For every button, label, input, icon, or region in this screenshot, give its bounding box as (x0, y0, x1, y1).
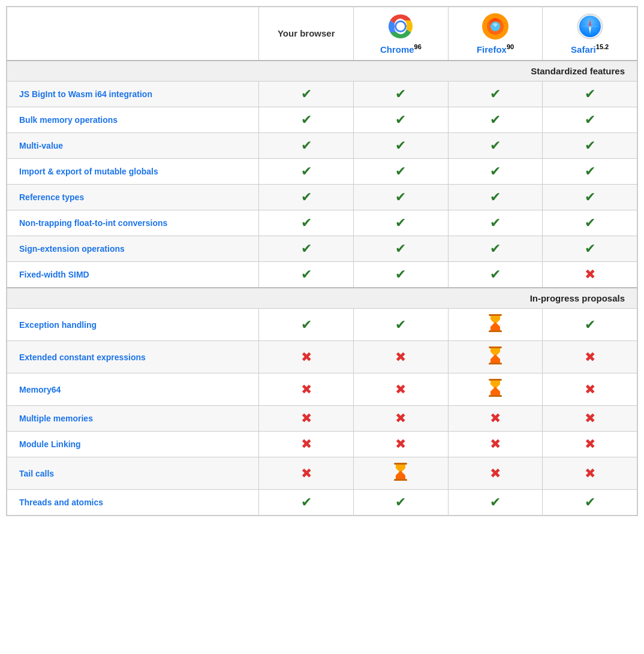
check-icon: ✔ (395, 138, 406, 153)
feature-label: Threads and atomics (19, 498, 103, 507)
support-cell-0: ✔ (259, 82, 354, 107)
support-cell-0: ✔ (259, 262, 354, 288)
table-row: Non-trapping float-to-int conversions ✔✔… (7, 210, 637, 236)
support-cell-3: ✔ (543, 309, 637, 341)
check-icon: ✔ (301, 267, 312, 282)
cross-icon: ✖ (395, 349, 406, 364)
check-icon: ✔ (585, 86, 595, 101)
feature-label: Tail calls (19, 469, 54, 478)
check-icon: ✔ (490, 86, 501, 101)
support-cell-3: ✔ (543, 133, 637, 159)
support-cell-2: ✔ (448, 210, 543, 236)
table-row: Threads and atomics ✔✔✔✔ (7, 490, 637, 516)
cross-icon: ✖ (585, 267, 595, 282)
support-cell-2: ✔ (448, 82, 543, 107)
svg-rect-17 (489, 346, 502, 348)
support-cell-1: ✔ (354, 133, 449, 159)
check-icon: ✔ (395, 267, 406, 282)
support-cell-2: ✔ (448, 185, 543, 210)
table-row: Memory64 ✖✖✖ (7, 373, 637, 406)
feature-label-cell: Sign-extension operations (7, 236, 259, 262)
check-icon: ✔ (301, 164, 312, 179)
feature-label-cell: Threads and atomics (7, 490, 259, 516)
your-browser-label: Your browser (263, 28, 350, 40)
cross-icon: ✖ (395, 411, 406, 426)
feature-label: Non-trapping float-to-int conversions (19, 218, 167, 228)
section-header-0: Standardized features (7, 61, 637, 82)
support-cell-3: ✔ (543, 159, 637, 185)
check-icon: ✔ (490, 112, 501, 127)
check-icon: ✔ (490, 495, 501, 510)
feature-label-cell: Exception handling (7, 309, 259, 341)
cross-icon: ✖ (585, 436, 595, 451)
check-icon: ✔ (395, 112, 406, 127)
support-cell-3: ✖ (543, 432, 637, 457)
svg-rect-15 (489, 331, 502, 332)
support-cell-2: ✔ (448, 133, 543, 159)
check-icon: ✔ (395, 495, 406, 510)
support-cell-1: ✔ (354, 185, 449, 210)
svg-rect-20 (489, 379, 502, 381)
firefox-icon (481, 12, 510, 41)
support-cell-0: ✔ (259, 490, 354, 516)
support-cell-2 (448, 341, 543, 373)
chrome-column-header: Chrome96 (354, 7, 449, 61)
support-cell-2: ✖ (448, 457, 543, 490)
feature-label-cell: Bulk memory operations (7, 107, 259, 133)
support-cell-1: ✖ (354, 373, 449, 406)
feature-label: Multi-value (19, 141, 63, 150)
feature-label: Module Linking (19, 439, 81, 449)
check-icon: ✔ (490, 164, 501, 179)
feature-label-cell: Extended constant expressions (7, 341, 259, 373)
svg-point-2 (396, 22, 405, 31)
cross-icon: ✖ (301, 436, 312, 451)
check-icon: ✔ (585, 138, 595, 153)
check-icon: ✔ (585, 317, 595, 332)
support-cell-0: ✖ (259, 373, 354, 406)
table-row: Multiple memories ✖✖✖✖ (7, 406, 637, 432)
support-cell-2 (448, 309, 543, 341)
support-cell-0: ✖ (259, 406, 354, 432)
support-cell-1 (354, 457, 449, 490)
support-cell-2: ✔ (448, 107, 543, 133)
check-icon: ✔ (301, 317, 312, 332)
chrome-name: Chrome96 (357, 43, 444, 55)
table-row: Fixed-width SIMD ✔✔✔✖ (7, 262, 637, 288)
chrome-icon (386, 12, 415, 41)
check-icon: ✔ (301, 495, 312, 510)
support-cell-1: ✔ (354, 236, 449, 262)
table-row: JS BigInt to Wasm i64 integration ✔✔✔✔ (7, 82, 637, 107)
cross-icon: ✖ (301, 382, 312, 397)
svg-rect-14 (489, 314, 502, 316)
support-cell-0: ✔ (259, 309, 354, 341)
feature-label: Import & export of mutable globals (19, 167, 158, 176)
support-cell-1: ✖ (354, 341, 449, 373)
support-cell-3: ✖ (543, 406, 637, 432)
check-icon: ✔ (395, 189, 406, 204)
feature-label-cell: JS BigInt to Wasm i64 integration (7, 82, 259, 107)
support-cell-3: ✔ (543, 82, 637, 107)
feature-label-cell: Multiple memories (7, 406, 259, 432)
cross-icon: ✖ (585, 349, 595, 364)
feature-label-cell: Import & export of mutable globals (7, 159, 259, 185)
support-cell-2: ✔ (448, 490, 543, 516)
check-icon: ✔ (395, 241, 406, 256)
check-icon: ✔ (301, 215, 312, 230)
table-row: Exception handling ✔✔✔ (7, 309, 637, 341)
feature-label-cell: Module Linking (7, 432, 259, 457)
section-header-1: In-progress proposals (7, 288, 637, 309)
support-cell-3: ✔ (543, 490, 637, 516)
support-cell-3: ✖ (543, 341, 637, 373)
support-cell-3: ✔ (543, 107, 637, 133)
support-cell-1: ✔ (354, 309, 449, 341)
your-browser-column: Your browser (259, 7, 354, 61)
cross-icon: ✖ (490, 411, 501, 426)
cross-icon: ✖ (585, 466, 595, 481)
support-cell-1: ✔ (354, 107, 449, 133)
support-cell-2: ✔ (448, 262, 543, 288)
cross-icon: ✖ (301, 349, 312, 364)
header-row: Your browser (7, 7, 637, 61)
feature-label: Fixed-width SIMD (19, 270, 89, 279)
check-icon: ✔ (585, 241, 595, 256)
support-cell-0: ✔ (259, 210, 354, 236)
